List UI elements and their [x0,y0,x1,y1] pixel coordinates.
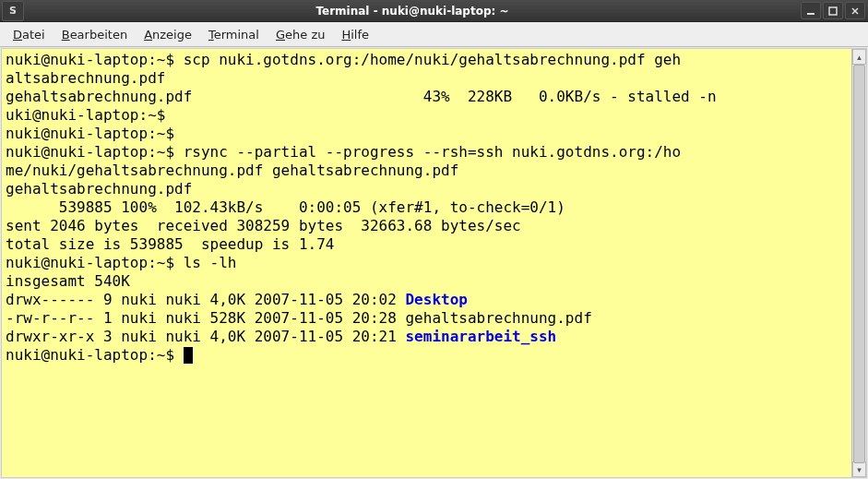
terminal-container: nuki@nuki-laptop:~$ scp nuki.gotdns.org:… [1,48,867,478]
terminal-line: nuki@nuki-laptop:~$ [6,346,848,365]
terminal-line: -rw-r--r-- 1 nuki nuki 528K 2007-11-05 2… [6,309,848,328]
menu-terminal[interactable]: Terminal [201,26,267,43]
menu-gehezu[interactable]: Gehe zu [268,26,333,43]
scroll-down-button[interactable]: ▾ [852,461,866,477]
minimize-icon [806,6,815,16]
menu-anzeige[interactable]: Anzeige [137,26,199,43]
terminal-line: total size is 539885 speedup is 1.74 [6,235,848,254]
menubar: Datei Bearbeiten Anzeige Terminal Gehe z… [0,22,868,47]
close-icon [850,6,860,16]
scrollbar[interactable]: ▴ ▾ [851,49,866,477]
scroll-track[interactable] [852,65,866,461]
close-button[interactable] [845,2,865,19]
terminal-line: nuki@nuki-laptop:~$ ls -lh [6,254,848,272]
directory-name: Desktop [405,291,467,308]
terminal-line: drwx------ 9 nuki nuki 4,0K 2007-11-05 2… [6,291,848,309]
scroll-thumb[interactable] [853,65,865,463]
terminal-line: nuki@nuki-laptop:~$ scp nuki.gotdns.org:… [6,51,848,69]
terminal-line: altsabrechnung.pdf [6,69,848,88]
minimize-button[interactable] [801,2,821,19]
menu-bearbeiten[interactable]: Bearbeiten [54,26,135,43]
window-title: Terminal - nuki@nuki-laptop: ~ [24,5,801,18]
system-menu-icon[interactable]: S [2,1,24,21]
maximize-icon [828,6,838,16]
menu-hilfe[interactable]: Hilfe [334,26,376,43]
svg-rect-0 [807,13,814,15]
menu-datei[interactable]: Datei [6,26,53,43]
directory-name: seminararbeit_ssh [405,328,556,345]
terminal-line: uki@nuki-laptop:~$ [6,106,848,125]
terminal-line: drwxr-xr-x 3 nuki nuki 4,0K 2007-11-05 2… [6,328,848,346]
titlebar[interactable]: S Terminal - nuki@nuki-laptop: ~ [0,0,868,22]
cursor [184,347,193,364]
terminal-line: nuki@nuki-laptop:~$ [6,125,848,143]
window-controls [801,2,865,19]
terminal-line: insgesamt 540K [6,272,848,291]
terminal[interactable]: nuki@nuki-laptop:~$ scp nuki.gotdns.org:… [2,49,851,477]
terminal-line: nuki@nuki-laptop:~$ rsync --partial --pr… [6,143,848,162]
window: S Terminal - nuki@nuki-laptop: ~ Datei B… [0,0,868,479]
terminal-line: gehaltsabrechnung.pdf 43% 228KB 0.0KB/s … [6,88,848,106]
terminal-line: gehaltsabrechnung.pdf [6,180,848,198]
svg-rect-1 [829,7,837,15]
scroll-up-button[interactable]: ▴ [852,49,866,65]
maximize-button[interactable] [823,2,843,19]
terminal-line: me/nuki/gehaltsabrechnung.pdf gehaltsabr… [6,162,848,180]
terminal-line: 539885 100% 102.43kB/s 0:00:05 (xfer#1, … [6,198,848,217]
terminal-line: sent 2046 bytes received 308259 bytes 32… [6,217,848,235]
